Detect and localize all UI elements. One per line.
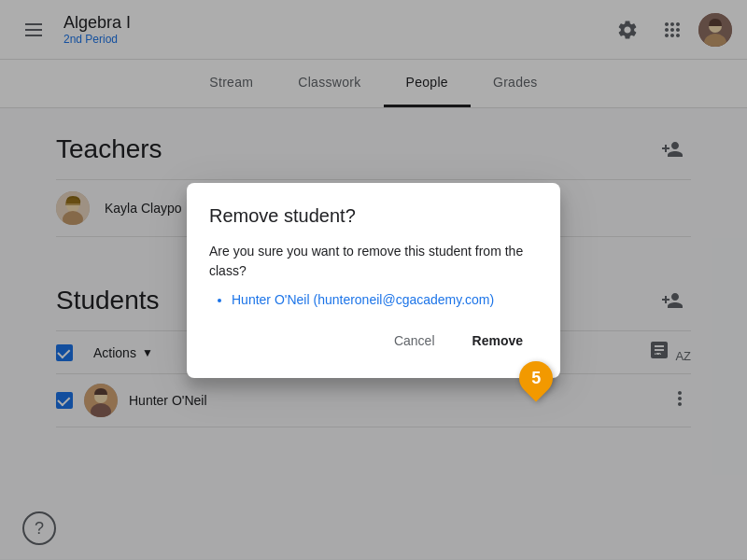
dialog-student-list: Hunter O'Neil (hunteroneil@cgacademy.com… bbox=[209, 292, 538, 307]
remove-button[interactable]: Remove bbox=[458, 326, 538, 356]
step-number: 5 bbox=[531, 368, 541, 387]
dialog-actions: Cancel Remove bbox=[209, 326, 538, 356]
cancel-button[interactable]: Cancel bbox=[379, 326, 450, 356]
remove-student-dialog: Remove student? Are you sure you want to… bbox=[187, 183, 560, 378]
step-badge: 5 bbox=[513, 354, 560, 401]
dialog-title: Remove student? bbox=[209, 205, 538, 227]
dialog-student-item: Hunter O'Neil (hunteroneil@cgacademy.com… bbox=[232, 292, 538, 307]
dialog-body: Are you sure you want to remove this stu… bbox=[209, 242, 538, 281]
modal-overlay[interactable]: Remove student? Are you sure you want to… bbox=[0, 0, 747, 560]
